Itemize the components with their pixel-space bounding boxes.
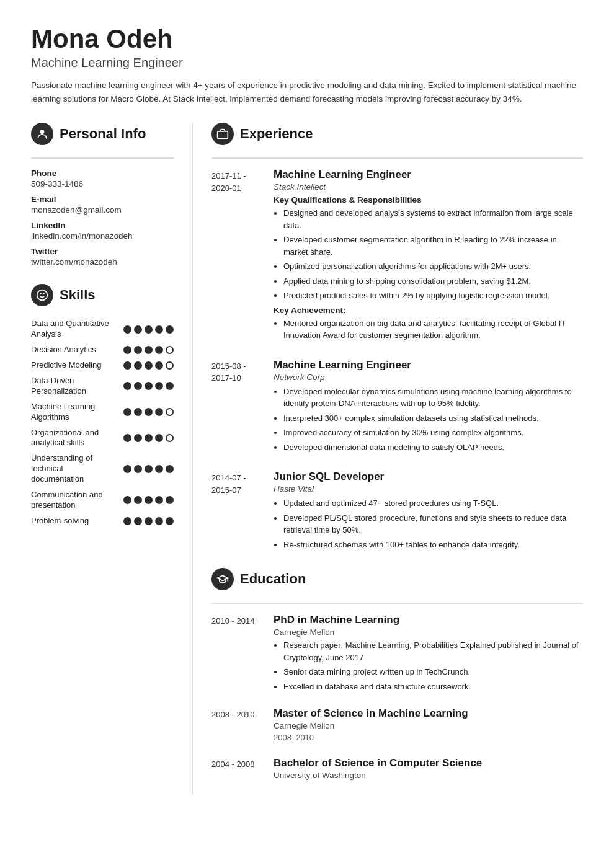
skill-dot	[166, 434, 174, 442]
skill-dots	[123, 517, 174, 525]
skill-dot	[166, 465, 174, 473]
personal-info-fields: Phone509-333-1486E-mailmonazodeh@gmail.c…	[31, 169, 174, 267]
edu-degree: PhD in Machine Learning	[274, 614, 583, 626]
exp-bullets: Designed and developed analysis systems …	[274, 207, 583, 302]
skill-name: Predictive Modeling	[31, 360, 117, 371]
experience-icon	[211, 123, 234, 145]
exp-bullet: Improved accuracy of simulation by 30% u…	[283, 427, 583, 439]
skill-dot	[123, 496, 131, 504]
edu-bullet: Research paper: Machine Learning, Probab…	[283, 639, 583, 663]
svg-rect-4	[218, 131, 228, 139]
experience-entry: 2014-07 - 2015-07Junior SQL DeveloperHas…	[211, 471, 583, 553]
skill-dot	[145, 434, 153, 442]
exp-date: 2015-08 - 2017-10	[211, 359, 274, 456]
svg-point-1	[37, 290, 48, 301]
skill-dot	[134, 361, 142, 370]
skill-dots	[123, 496, 174, 504]
exp-bullet: Interpreted 300+ complex simulation data…	[283, 412, 583, 425]
skill-dot	[134, 434, 142, 442]
edu-date: 2010 - 2014	[211, 614, 274, 695]
skill-name: Decision Analytics	[31, 345, 117, 355]
info-label: Phone	[31, 169, 174, 178]
skill-row: Understanding of technical documentation	[31, 453, 174, 485]
skill-dot	[155, 326, 163, 334]
personal-info-divider	[31, 157, 174, 159]
edu-bullet: Senior data mining project written up in…	[283, 666, 583, 678]
exp-bullet: Developed PL/SQL stored procedure, funct…	[283, 512, 583, 536]
skills-section: Skills Data and Quantitative AnalysisDec…	[31, 284, 174, 526]
exp-bullet: Developed customer segmentation algorith…	[283, 234, 583, 258]
skill-dot	[155, 361, 163, 370]
exp-job-title: Junior SQL Developer	[274, 471, 583, 483]
skill-row: Machine Learning Algorithms	[31, 402, 174, 423]
exp-bullet: Developed dimensional data modeling to s…	[283, 441, 583, 454]
skill-dot	[145, 382, 153, 390]
exp-bullets: Developed molecular dynamics simulations…	[274, 386, 583, 454]
skill-dot	[134, 326, 142, 334]
skill-name: Problem-solving	[31, 516, 117, 526]
skill-dots	[123, 326, 174, 334]
skill-dot	[155, 408, 163, 416]
skill-dot	[134, 465, 142, 473]
skill-dot	[134, 517, 142, 525]
skills-icon	[31, 284, 53, 306]
skill-dot	[155, 496, 163, 504]
skill-name: Organizational and analytical skills	[31, 428, 117, 449]
experience-section: Experience 2017-11 - 2020-01Machine Lear…	[211, 123, 583, 553]
edu-content: Bachelor of Science in Computer ScienceU…	[274, 757, 583, 782]
exp-bullet: Optimized personalization algorithms for…	[283, 260, 583, 273]
exp-company: Haste Vital	[274, 484, 583, 494]
skill-dot	[145, 496, 153, 504]
exp-job-title: Machine Learning Engineer	[274, 169, 583, 181]
skill-row: Communication and presentation	[31, 490, 174, 511]
skill-dots	[123, 382, 174, 390]
resume-header: Mona Odeh Machine Learning Engineer Pass…	[31, 25, 583, 105]
skill-name: Data and Quantitative Analysis	[31, 319, 117, 340]
education-entry: 2004 - 2008Bachelor of Science in Comput…	[211, 757, 583, 782]
skill-dot	[123, 465, 131, 473]
svg-point-0	[40, 130, 45, 135]
skill-dot	[166, 346, 174, 354]
personal-info-icon	[31, 123, 53, 145]
skill-dot	[155, 346, 163, 354]
skill-dot	[155, 382, 163, 390]
skill-dot	[134, 346, 142, 354]
skill-row: Organizational and analytical skills	[31, 428, 174, 449]
skill-dot	[145, 346, 153, 354]
skill-row: Data and Quantitative Analysis	[31, 319, 174, 340]
edu-bullet: Excelled in database and data structure …	[283, 681, 583, 693]
skill-row: Predictive Modeling	[31, 360, 174, 371]
personal-info-header: Personal Info	[31, 123, 174, 149]
education-icon	[211, 568, 234, 590]
skill-name: Data-Driven Personalization	[31, 376, 117, 397]
edu-degree: Bachelor of Science in Computer Science	[274, 757, 583, 769]
edu-years: 2008–2010	[274, 733, 583, 742]
skill-dots	[123, 346, 174, 354]
edu-content: PhD in Machine LearningCarnegie MellonRe…	[274, 614, 583, 695]
info-label: Twitter	[31, 247, 174, 256]
exp-content: Machine Learning EngineerStack Intellect…	[274, 169, 583, 344]
skill-dot	[123, 361, 131, 370]
edu-school: University of Washington	[274, 771, 583, 780]
personal-info-section: Personal Info Phone509-333-1486E-mailmon…	[31, 123, 174, 267]
skill-dot	[123, 434, 131, 442]
education-entries: 2010 - 2014PhD in Machine LearningCarneg…	[211, 614, 583, 782]
skill-dot	[166, 382, 174, 390]
skill-dots	[123, 434, 174, 442]
experience-entry: 2017-11 - 2020-01Machine Learning Engine…	[211, 169, 583, 344]
education-entry: 2008 - 2010Master of Science in Machine …	[211, 707, 583, 745]
skill-dot	[123, 346, 131, 354]
skill-dot	[134, 382, 142, 390]
edu-degree: Master of Science in Machine Learning	[274, 707, 583, 720]
skill-dot	[155, 434, 163, 442]
edu-content: Master of Science in Machine LearningCar…	[274, 707, 583, 745]
candidate-summary: Passionate machine learning engineer wit…	[31, 79, 583, 105]
experience-title: Experience	[240, 126, 313, 142]
info-label: E-mail	[31, 195, 174, 204]
main-content: Personal Info Phone509-333-1486E-mailmon…	[31, 123, 583, 795]
exp-bullets: Updated and optimized 47+ stored procedu…	[274, 497, 583, 551]
skill-dot	[145, 408, 153, 416]
candidate-name: Mona Odeh	[31, 25, 583, 53]
education-header: Education	[211, 568, 583, 594]
skill-dot	[155, 465, 163, 473]
